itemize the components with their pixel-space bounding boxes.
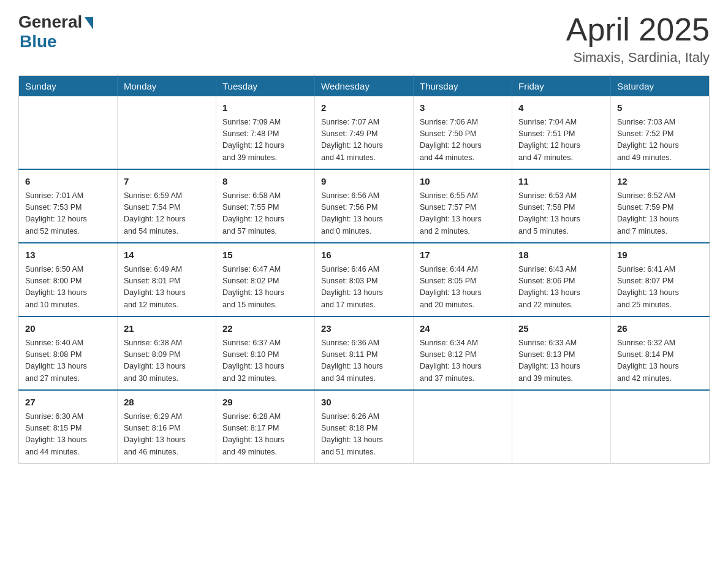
calendar-cell: 27Sunrise: 6:30 AMSunset: 8:15 PMDayligh… — [19, 390, 118, 464]
day-info: Sunrise: 6:41 AMSunset: 8:07 PMDaylight:… — [617, 264, 703, 312]
calendar-cell — [118, 96, 216, 169]
day-info: Sunrise: 6:36 AMSunset: 8:11 PMDaylight:… — [321, 337, 407, 385]
day-info: Sunrise: 6:38 AMSunset: 8:09 PMDaylight:… — [124, 337, 210, 385]
day-info: Sunrise: 6:29 AMSunset: 8:16 PMDaylight:… — [124, 411, 210, 459]
day-info: Sunrise: 6:47 AMSunset: 8:02 PMDaylight:… — [222, 264, 308, 312]
day-info: Sunrise: 6:34 AMSunset: 8:12 PMDaylight:… — [420, 337, 506, 385]
weekday-header-row: SundayMondayTuesdayWednesdayThursdayFrid… — [19, 76, 710, 97]
calendar-cell: 25Sunrise: 6:33 AMSunset: 8:13 PMDayligh… — [512, 316, 611, 390]
day-number: 25 — [518, 322, 604, 336]
day-info: Sunrise: 6:58 AMSunset: 7:55 PMDaylight:… — [222, 190, 308, 238]
day-info: Sunrise: 7:01 AMSunset: 7:53 PMDaylight:… — [25, 190, 111, 238]
calendar-cell: 22Sunrise: 6:37 AMSunset: 8:10 PMDayligh… — [216, 316, 315, 390]
calendar-cell: 7Sunrise: 6:59 AMSunset: 7:54 PMDaylight… — [118, 169, 216, 243]
day-info: Sunrise: 6:28 AMSunset: 8:17 PMDaylight:… — [222, 411, 308, 459]
day-info: Sunrise: 6:50 AMSunset: 8:00 PMDaylight:… — [25, 264, 111, 312]
calendar-cell: 2Sunrise: 7:07 AMSunset: 7:49 PMDaylight… — [315, 96, 414, 169]
day-info: Sunrise: 6:40 AMSunset: 8:08 PMDaylight:… — [25, 337, 111, 385]
day-info: Sunrise: 7:06 AMSunset: 7:50 PMDaylight:… — [420, 117, 506, 164]
calendar-cell: 29Sunrise: 6:28 AMSunset: 8:17 PMDayligh… — [216, 390, 315, 464]
day-number: 30 — [321, 396, 407, 410]
day-info: Sunrise: 6:53 AMSunset: 7:58 PMDaylight:… — [518, 190, 604, 238]
day-number: 6 — [25, 175, 111, 189]
day-number: 20 — [25, 322, 111, 336]
calendar-week-row: 27Sunrise: 6:30 AMSunset: 8:15 PMDayligh… — [19, 390, 710, 464]
day-number: 18 — [518, 248, 604, 262]
calendar-cell — [19, 96, 118, 169]
calendar-week-row: 13Sunrise: 6:50 AMSunset: 8:00 PMDayligh… — [19, 243, 710, 316]
weekday-header-monday: Monday — [118, 76, 216, 97]
day-number: 22 — [222, 322, 308, 336]
calendar-body: 1Sunrise: 7:09 AMSunset: 7:48 PMDaylight… — [19, 96, 710, 464]
day-info: Sunrise: 7:04 AMSunset: 7:51 PMDaylight:… — [518, 117, 604, 164]
day-number: 5 — [617, 101, 703, 115]
day-info: Sunrise: 6:26 AMSunset: 8:18 PMDaylight:… — [321, 411, 407, 459]
day-info: Sunrise: 6:59 AMSunset: 7:54 PMDaylight:… — [124, 190, 210, 238]
calendar-cell: 20Sunrise: 6:40 AMSunset: 8:08 PMDayligh… — [19, 316, 118, 390]
weekday-header-tuesday: Tuesday — [216, 76, 315, 97]
calendar-header: SundayMondayTuesdayWednesdayThursdayFrid… — [19, 76, 710, 97]
calendar-cell: 5Sunrise: 7:03 AMSunset: 7:52 PMDaylight… — [611, 96, 710, 169]
day-number: 26 — [617, 322, 703, 336]
calendar-cell: 23Sunrise: 6:36 AMSunset: 8:11 PMDayligh… — [315, 316, 414, 390]
day-number: 21 — [124, 322, 210, 336]
calendar-cell: 30Sunrise: 6:26 AMSunset: 8:18 PMDayligh… — [315, 390, 414, 464]
day-info: Sunrise: 6:37 AMSunset: 8:10 PMDaylight:… — [222, 337, 308, 385]
calendar-cell: 9Sunrise: 6:56 AMSunset: 7:56 PMDaylight… — [315, 169, 414, 243]
weekday-header-sunday: Sunday — [19, 76, 118, 97]
calendar-cell: 11Sunrise: 6:53 AMSunset: 7:58 PMDayligh… — [512, 169, 611, 243]
day-number: 16 — [321, 248, 407, 262]
day-number: 7 — [124, 175, 210, 189]
day-info: Sunrise: 6:52 AMSunset: 7:59 PMDaylight:… — [617, 190, 703, 238]
day-number: 27 — [25, 396, 111, 410]
weekday-header-friday: Friday — [512, 76, 611, 97]
calendar-cell: 8Sunrise: 6:58 AMSunset: 7:55 PMDaylight… — [216, 169, 315, 243]
day-number: 9 — [321, 175, 407, 189]
calendar-cell: 26Sunrise: 6:32 AMSunset: 8:14 PMDayligh… — [611, 316, 710, 390]
day-number: 23 — [321, 322, 407, 336]
calendar-cell: 1Sunrise: 7:09 AMSunset: 7:48 PMDaylight… — [216, 96, 315, 169]
weekday-header-thursday: Thursday — [414, 76, 512, 97]
day-number: 10 — [420, 175, 506, 189]
calendar-cell: 24Sunrise: 6:34 AMSunset: 8:12 PMDayligh… — [414, 316, 512, 390]
calendar-cell: 19Sunrise: 6:41 AMSunset: 8:07 PMDayligh… — [611, 243, 710, 316]
logo-blue-text: Blue — [20, 32, 57, 52]
day-info: Sunrise: 6:33 AMSunset: 8:13 PMDaylight:… — [518, 337, 604, 385]
day-number: 2 — [321, 101, 407, 115]
calendar-cell: 21Sunrise: 6:38 AMSunset: 8:09 PMDayligh… — [118, 316, 216, 390]
day-info: Sunrise: 6:32 AMSunset: 8:14 PMDaylight:… — [617, 337, 703, 385]
weekday-header-wednesday: Wednesday — [315, 76, 414, 97]
day-info: Sunrise: 7:09 AMSunset: 7:48 PMDaylight:… — [222, 117, 308, 164]
calendar-cell: 14Sunrise: 6:49 AMSunset: 8:01 PMDayligh… — [118, 243, 216, 316]
calendar-cell: 3Sunrise: 7:06 AMSunset: 7:50 PMDaylight… — [414, 96, 512, 169]
calendar-cell: 12Sunrise: 6:52 AMSunset: 7:59 PMDayligh… — [611, 169, 710, 243]
day-number: 14 — [124, 248, 210, 262]
calendar-cell: 13Sunrise: 6:50 AMSunset: 8:00 PMDayligh… — [19, 243, 118, 316]
day-info: Sunrise: 6:30 AMSunset: 8:15 PMDaylight:… — [25, 411, 111, 459]
day-number: 29 — [222, 396, 308, 410]
calendar-cell — [611, 390, 710, 464]
day-info: Sunrise: 6:44 AMSunset: 8:05 PMDaylight:… — [420, 264, 506, 312]
calendar-cell: 4Sunrise: 7:04 AMSunset: 7:51 PMDaylight… — [512, 96, 611, 169]
calendar-cell: 16Sunrise: 6:46 AMSunset: 8:03 PMDayligh… — [315, 243, 414, 316]
day-info: Sunrise: 6:55 AMSunset: 7:57 PMDaylight:… — [420, 190, 506, 238]
calendar-week-row: 6Sunrise: 7:01 AMSunset: 7:53 PMDaylight… — [19, 169, 710, 243]
calendar-cell: 18Sunrise: 6:43 AMSunset: 8:06 PMDayligh… — [512, 243, 611, 316]
page-header: General Blue April 2025 Simaxis, Sardini… — [18, 12, 710, 66]
month-title: April 2025 — [566, 12, 710, 47]
calendar-cell — [512, 390, 611, 464]
location-title: Simaxis, Sardinia, Italy — [566, 50, 710, 66]
day-info: Sunrise: 6:46 AMSunset: 8:03 PMDaylight:… — [321, 264, 407, 312]
day-info: Sunrise: 6:56 AMSunset: 7:56 PMDaylight:… — [321, 190, 407, 238]
day-info: Sunrise: 6:43 AMSunset: 8:06 PMDaylight:… — [518, 264, 604, 312]
day-info: Sunrise: 6:49 AMSunset: 8:01 PMDaylight:… — [124, 264, 210, 312]
day-number: 13 — [25, 248, 111, 262]
day-info: Sunrise: 7:03 AMSunset: 7:52 PMDaylight:… — [617, 117, 703, 164]
calendar-table: SundayMondayTuesdayWednesdayThursdayFrid… — [18, 75, 710, 464]
calendar-cell: 28Sunrise: 6:29 AMSunset: 8:16 PMDayligh… — [118, 390, 216, 464]
calendar-cell: 17Sunrise: 6:44 AMSunset: 8:05 PMDayligh… — [414, 243, 512, 316]
day-number: 8 — [222, 175, 308, 189]
day-number: 15 — [222, 248, 308, 262]
title-area: April 2025 Simaxis, Sardinia, Italy — [566, 12, 710, 66]
calendar-week-row: 1Sunrise: 7:09 AMSunset: 7:48 PMDaylight… — [19, 96, 710, 169]
